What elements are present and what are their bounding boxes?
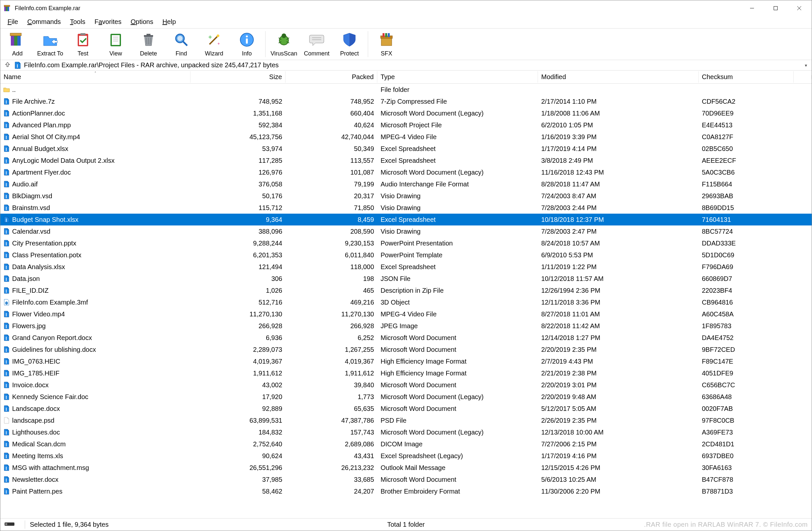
file-packed: 198: [286, 275, 377, 282]
column-header-checksum[interactable]: Checksum: [699, 71, 794, 83]
table-row[interactable]: Advanced Plan.mpp592,38440,624Microsoft …: [0, 119, 812, 131]
column-header-modified[interactable]: Modified: [538, 71, 699, 83]
file-icon: [3, 275, 10, 282]
file-size: 126,976: [190, 169, 286, 176]
table-row[interactable]: Guidelines for ublishing.docx2,289,0731,…: [0, 344, 812, 355]
toolbar-label: Wizard: [205, 50, 223, 57]
path-dropdown-icon[interactable]: ▾: [805, 63, 808, 68]
table-row[interactable]: Lighthouses.doc184,832157,743Microsoft W…: [0, 426, 812, 438]
file-name: Annual Budget.xlsx: [12, 145, 68, 153]
file-modified: 8/22/2018 11:42 AM: [538, 322, 699, 330]
parent-folder-row[interactable]: ..File folder: [0, 84, 812, 96]
toolbar-virus-scan-button[interactable]: VirusScan: [267, 29, 300, 59]
path-text[interactable]: FileInfo.com Example.rar\Project Files -…: [24, 61, 802, 69]
table-row[interactable]: City Presentation.pptx9,288,2449,230,153…: [0, 237, 812, 249]
table-row[interactable]: Invoice.docx43,00239,840Microsoft Word D…: [0, 379, 812, 391]
file-checksum: AEEE2ECF: [699, 157, 794, 164]
file-name: Grand Canyon Report.docx: [12, 334, 92, 341]
toolbar-protect-button[interactable]: Protect: [333, 29, 366, 59]
file-packed: 660,404: [286, 110, 377, 117]
file-icon: [3, 429, 10, 436]
close-button[interactable]: [787, 0, 811, 16]
toolbar-find-button[interactable]: Find: [165, 29, 198, 59]
file-type: Description in Zip File: [377, 287, 538, 294]
menu-tools[interactable]: Tools: [66, 17, 90, 27]
table-row[interactable]: Meeting Items.xls90,62443,431Excel Sprea…: [0, 450, 812, 462]
toolbar-add-button[interactable]: Add: [1, 29, 34, 59]
table-row[interactable]: MSG with attachment.msg26,551,29626,213,…: [0, 462, 812, 474]
table-row[interactable]: AnyLogic Model Data Output 2.xlsx117,285…: [0, 155, 812, 166]
table-row[interactable]: FileInfo.com Example.3mf512,716469,2163D…: [0, 296, 812, 308]
toolbar-delete-button[interactable]: Delete: [132, 29, 165, 59]
table-row[interactable]: landscape.psd63,899,53147,387,786PSD Fil…: [0, 415, 812, 426]
table-row[interactable]: Data Analysis.xlsx121,494118,000Excel Sp…: [0, 261, 812, 273]
file-icon: [3, 263, 10, 270]
menu-options[interactable]: Options: [126, 17, 158, 27]
table-row[interactable]: Calendar.vsd388,096208,590Visio Drawing7…: [0, 225, 812, 237]
menu-file[interactable]: File: [3, 17, 23, 27]
table-row[interactable]: ActionPlanner.doc1,351,168660,404Microso…: [0, 107, 812, 119]
table-row[interactable]: Class Presentation.potx6,201,3536,011,84…: [0, 249, 812, 261]
table-row[interactable]: BlkDiagm.vsd50,17620,317Visio Drawing7/2…: [0, 190, 812, 202]
table-row[interactable]: Audio.aif376,05879,199Audio Interchange …: [0, 178, 812, 190]
column-header-size[interactable]: Size: [190, 71, 286, 83]
column-header-type[interactable]: Type: [377, 71, 538, 83]
toolbar-label: Find: [175, 50, 187, 57]
svg-rect-61: [6, 254, 6, 257]
table-row[interactable]: Annual Budget.xlsx53,97450,349Excel Spre…: [0, 143, 812, 155]
file-list[interactable]: ..File folderFile Archive.7z748,952748,9…: [0, 84, 812, 518]
column-header-packed[interactable]: Packed: [286, 71, 377, 83]
table-row[interactable]: Data.json306198JSON File10/12/2018 11:57…: [0, 273, 812, 284]
toolbar-wizard-button[interactable]: Wizard: [198, 29, 230, 59]
table-row[interactable]: Newsletter.docx37,98533,685Microsoft Wor…: [0, 474, 812, 485]
table-row[interactable]: Aerial Shot Of City.mp445,123,75642,740,…: [0, 131, 812, 143]
table-row[interactable]: Apartment Flyer.doc126,976101,087Microso…: [0, 166, 812, 178]
toolbar-info-button[interactable]: Info: [230, 29, 263, 59]
svg-point-35: [281, 33, 286, 38]
table-row[interactable]: Flowers.jpg266,928266,928JPEG Image8/22/…: [0, 320, 812, 332]
file-size: 63,899,531: [190, 417, 286, 424]
svg-rect-69: [6, 360, 6, 364]
window-title: FileInfo.com Example.rar: [15, 5, 740, 12]
path-bar: FileInfo.com Example.rar\Project Files -…: [0, 60, 812, 71]
column-header-name[interactable]: Name˄: [0, 71, 190, 83]
menu-help[interactable]: Help: [158, 17, 180, 27]
file-icon: [3, 251, 10, 258]
table-row[interactable]: Medical Scan.dcm2,752,6402,689,086DICOM …: [0, 438, 812, 450]
file-checksum: 4051DFE9: [699, 369, 794, 377]
file-modified: 7/27/2006 2:15 PM: [538, 441, 699, 448]
table-row[interactable]: FILE_ID.DIZ1,026465Description in Zip Fi…: [0, 284, 812, 296]
table-row[interactable]: Kennedy Science Fair.doc17,9201,773Micro…: [0, 391, 812, 403]
toolbar-extract-to-button[interactable]: Extract To: [34, 29, 67, 59]
table-row[interactable]: IMG_1785.HEIF1,911,6121,911,612High Effi…: [0, 367, 812, 379]
file-name: Lighthouses.doc: [12, 429, 60, 436]
folder-icon: [3, 86, 10, 93]
toolbar-sfx-button[interactable]: SFX: [370, 29, 403, 59]
menu-commands[interactable]: Commands: [23, 17, 65, 27]
table-row[interactable]: Paint Pattern.pes58,46224,207Brother Emb…: [0, 485, 812, 497]
file-icon: [3, 122, 10, 129]
toolbar-test-button[interactable]: Test: [67, 29, 99, 59]
minimize-button[interactable]: [740, 0, 764, 16]
table-row[interactable]: File Archive.7z748,952748,9527-Zip Compr…: [0, 96, 812, 107]
table-row[interactable]: Grand Canyon Report.docx6,9366,252Micros…: [0, 332, 812, 344]
file-type: Brother Embroidery Format: [377, 488, 538, 495]
file-modified: 8/24/2018 10:57 AM: [538, 240, 699, 247]
table-row[interactable]: Budget Snap Shot.xlsx9,3648,459Excel Spr…: [0, 214, 812, 225]
file-checksum: 8BC57724: [699, 228, 794, 235]
file-packed: 24,207: [286, 488, 377, 495]
up-button[interactable]: [4, 61, 12, 69]
table-row[interactable]: IMG_0763.HEIC4,019,3674,019,367High Effi…: [0, 355, 812, 367]
file-packed: 39,840: [286, 381, 377, 389]
file-modified: 10/12/2018 11:57 AM: [538, 275, 699, 282]
svg-rect-70: [6, 372, 6, 375]
table-row[interactable]: Flower Video.mp411,270,13011,270,130MPEG…: [0, 308, 812, 320]
file-type: Microsoft Word Document (Legacy): [377, 169, 538, 176]
table-row[interactable]: Landscape.docx92,88965,635Microsoft Word…: [0, 403, 812, 415]
toolbar-comment-button[interactable]: Comment: [300, 29, 333, 59]
table-row[interactable]: Brainstm.vsd115,71271,850Visio Drawing7/…: [0, 202, 812, 214]
file-icon: [3, 310, 10, 318]
maximize-button[interactable]: [764, 0, 787, 16]
toolbar-view-button[interactable]: View: [99, 29, 132, 59]
menu-favorites[interactable]: Favorites: [90, 17, 126, 27]
